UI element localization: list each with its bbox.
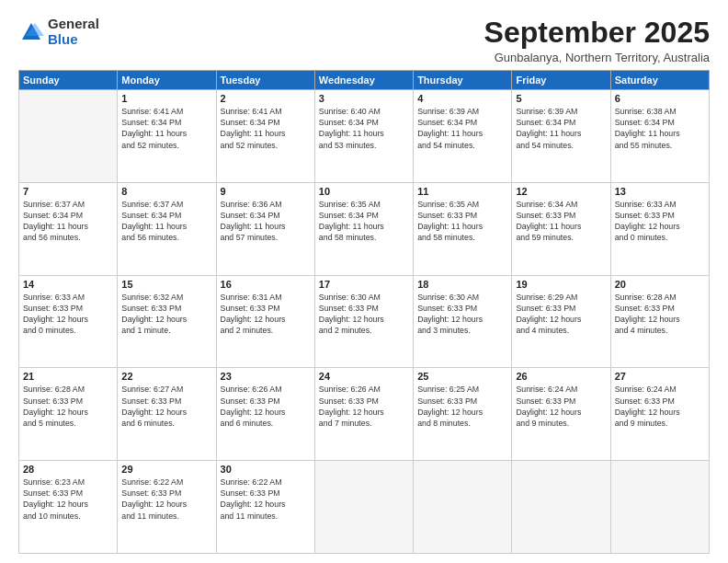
- day-number: 25: [417, 371, 507, 382]
- day-info: Sunrise: 6:28 AMSunset: 6:33 PMDaylight:…: [23, 384, 113, 429]
- day-number: 8: [121, 186, 211, 197]
- day-header-thursday: Thursday: [414, 71, 512, 90]
- day-info: Sunrise: 6:32 AMSunset: 6:33 PMDaylight:…: [121, 292, 211, 337]
- day-cell: 23Sunrise: 6:26 AMSunset: 6:33 PMDayligh…: [216, 368, 314, 461]
- day-cell: 11Sunrise: 6:35 AMSunset: 6:33 PMDayligh…: [414, 182, 512, 275]
- day-header-monday: Monday: [118, 71, 216, 90]
- day-number: 2: [221, 93, 311, 104]
- day-info: Sunrise: 6:39 AMSunset: 6:34 PMDaylight:…: [516, 106, 606, 151]
- header: General Blue September 2025 Gunbalanya, …: [18, 17, 710, 64]
- day-info: Sunrise: 6:33 AMSunset: 6:33 PMDaylight:…: [615, 199, 705, 244]
- day-number: 26: [516, 371, 606, 382]
- day-number: 18: [417, 279, 507, 290]
- day-number: 29: [121, 464, 211, 475]
- week-row-2: 14Sunrise: 6:33 AMSunset: 6:33 PMDayligh…: [19, 275, 710, 368]
- day-number: 30: [221, 464, 311, 475]
- day-number: 20: [615, 279, 705, 290]
- day-header-saturday: Saturday: [610, 71, 709, 90]
- day-cell: 9Sunrise: 6:36 AMSunset: 6:34 PMDaylight…: [216, 182, 314, 275]
- day-number: 22: [121, 371, 211, 382]
- day-number: 7: [23, 186, 113, 197]
- day-info: Sunrise: 6:27 AMSunset: 6:33 PMDaylight:…: [121, 384, 211, 429]
- day-number: 5: [516, 93, 606, 104]
- day-cell: [512, 461, 610, 554]
- day-header-wednesday: Wednesday: [314, 71, 413, 90]
- day-info: Sunrise: 6:24 AMSunset: 6:33 PMDaylight:…: [615, 384, 705, 429]
- day-info: Sunrise: 6:33 AMSunset: 6:33 PMDaylight:…: [23, 292, 113, 337]
- day-info: Sunrise: 6:34 AMSunset: 6:33 PMDaylight:…: [516, 199, 606, 244]
- day-number: 6: [615, 93, 705, 104]
- day-number: 23: [221, 371, 311, 382]
- day-cell: 16Sunrise: 6:31 AMSunset: 6:33 PMDayligh…: [216, 275, 314, 368]
- day-cell: 6Sunrise: 6:38 AMSunset: 6:34 PMDaylight…: [610, 90, 709, 183]
- day-cell: [610, 461, 709, 554]
- day-cell: 5Sunrise: 6:39 AMSunset: 6:34 PMDaylight…: [512, 90, 610, 183]
- day-number: 3: [319, 93, 409, 104]
- day-number: 13: [615, 186, 705, 197]
- day-info: Sunrise: 6:26 AMSunset: 6:33 PMDaylight:…: [221, 384, 311, 429]
- day-cell: 27Sunrise: 6:24 AMSunset: 6:33 PMDayligh…: [610, 368, 709, 461]
- day-info: Sunrise: 6:40 AMSunset: 6:34 PMDaylight:…: [319, 106, 409, 151]
- title-block: September 2025 Gunbalanya, Northern Terr…: [484, 17, 710, 64]
- day-cell: 26Sunrise: 6:24 AMSunset: 6:33 PMDayligh…: [512, 368, 610, 461]
- day-number: 21: [23, 371, 113, 382]
- day-number: 10: [319, 186, 409, 197]
- day-number: 27: [615, 371, 705, 382]
- day-info: Sunrise: 6:24 AMSunset: 6:33 PMDaylight:…: [516, 384, 606, 429]
- day-number: 16: [221, 279, 311, 290]
- day-cell: 25Sunrise: 6:25 AMSunset: 6:33 PMDayligh…: [414, 368, 512, 461]
- day-number: 14: [23, 279, 113, 290]
- day-cell: 10Sunrise: 6:35 AMSunset: 6:34 PMDayligh…: [314, 182, 413, 275]
- day-cell: 2Sunrise: 6:41 AMSunset: 6:34 PMDaylight…: [216, 90, 314, 183]
- day-cell: [314, 461, 413, 554]
- header-row: SundayMondayTuesdayWednesdayThursdayFrid…: [19, 71, 710, 90]
- day-info: Sunrise: 6:35 AMSunset: 6:34 PMDaylight:…: [319, 199, 409, 244]
- day-cell: 14Sunrise: 6:33 AMSunset: 6:33 PMDayligh…: [19, 275, 118, 368]
- day-info: Sunrise: 6:41 AMSunset: 6:34 PMDaylight:…: [121, 106, 211, 151]
- day-info: Sunrise: 6:41 AMSunset: 6:34 PMDaylight:…: [221, 106, 311, 151]
- page: General Blue September 2025 Gunbalanya, …: [0, 0, 728, 563]
- day-cell: 13Sunrise: 6:33 AMSunset: 6:33 PMDayligh…: [610, 182, 709, 275]
- day-info: Sunrise: 6:25 AMSunset: 6:33 PMDaylight:…: [417, 384, 507, 429]
- day-cell: 29Sunrise: 6:22 AMSunset: 6:33 PMDayligh…: [118, 461, 216, 554]
- day-cell: 20Sunrise: 6:28 AMSunset: 6:33 PMDayligh…: [610, 275, 709, 368]
- day-header-sunday: Sunday: [19, 71, 118, 90]
- day-number: 17: [319, 279, 409, 290]
- day-cell: 24Sunrise: 6:26 AMSunset: 6:33 PMDayligh…: [314, 368, 413, 461]
- day-number: 12: [516, 186, 606, 197]
- day-number: 11: [417, 186, 507, 197]
- day-cell: 12Sunrise: 6:34 AMSunset: 6:33 PMDayligh…: [512, 182, 610, 275]
- week-row-0: 1Sunrise: 6:41 AMSunset: 6:34 PMDaylight…: [19, 90, 710, 183]
- subtitle: Gunbalanya, Northern Territory, Australi…: [484, 51, 710, 64]
- day-number: 15: [121, 279, 211, 290]
- day-cell: 8Sunrise: 6:37 AMSunset: 6:34 PMDaylight…: [118, 182, 216, 275]
- month-title: September 2025: [484, 17, 710, 49]
- day-cell: 18Sunrise: 6:30 AMSunset: 6:33 PMDayligh…: [414, 275, 512, 368]
- day-number: 28: [23, 464, 113, 475]
- day-cell: 17Sunrise: 6:30 AMSunset: 6:33 PMDayligh…: [314, 275, 413, 368]
- day-info: Sunrise: 6:22 AMSunset: 6:33 PMDaylight:…: [221, 477, 311, 522]
- day-cell: [414, 461, 512, 554]
- day-cell: [19, 90, 118, 183]
- day-number: 9: [221, 186, 311, 197]
- day-cell: 21Sunrise: 6:28 AMSunset: 6:33 PMDayligh…: [19, 368, 118, 461]
- logo-text: General Blue: [48, 17, 99, 47]
- logo-general: General: [48, 17, 99, 32]
- day-header-tuesday: Tuesday: [216, 71, 314, 90]
- day-number: 1: [121, 93, 211, 104]
- week-row-3: 21Sunrise: 6:28 AMSunset: 6:33 PMDayligh…: [19, 368, 710, 461]
- day-cell: 7Sunrise: 6:37 AMSunset: 6:34 PMDaylight…: [19, 182, 118, 275]
- day-cell: 4Sunrise: 6:39 AMSunset: 6:34 PMDaylight…: [414, 90, 512, 183]
- calendar-body: 1Sunrise: 6:41 AMSunset: 6:34 PMDaylight…: [19, 90, 710, 554]
- day-info: Sunrise: 6:22 AMSunset: 6:33 PMDaylight:…: [121, 477, 211, 522]
- day-cell: 22Sunrise: 6:27 AMSunset: 6:33 PMDayligh…: [118, 368, 216, 461]
- day-info: Sunrise: 6:39 AMSunset: 6:34 PMDaylight:…: [417, 106, 507, 151]
- day-header-friday: Friday: [512, 71, 610, 90]
- calendar-header: SundayMondayTuesdayWednesdayThursdayFrid…: [19, 71, 710, 90]
- day-info: Sunrise: 6:38 AMSunset: 6:34 PMDaylight:…: [615, 106, 705, 151]
- day-cell: 19Sunrise: 6:29 AMSunset: 6:33 PMDayligh…: [512, 275, 610, 368]
- logo-blue: Blue: [48, 32, 99, 48]
- day-cell: 15Sunrise: 6:32 AMSunset: 6:33 PMDayligh…: [118, 275, 216, 368]
- logo: General Blue: [18, 17, 99, 47]
- day-info: Sunrise: 6:30 AMSunset: 6:33 PMDaylight:…: [319, 292, 409, 337]
